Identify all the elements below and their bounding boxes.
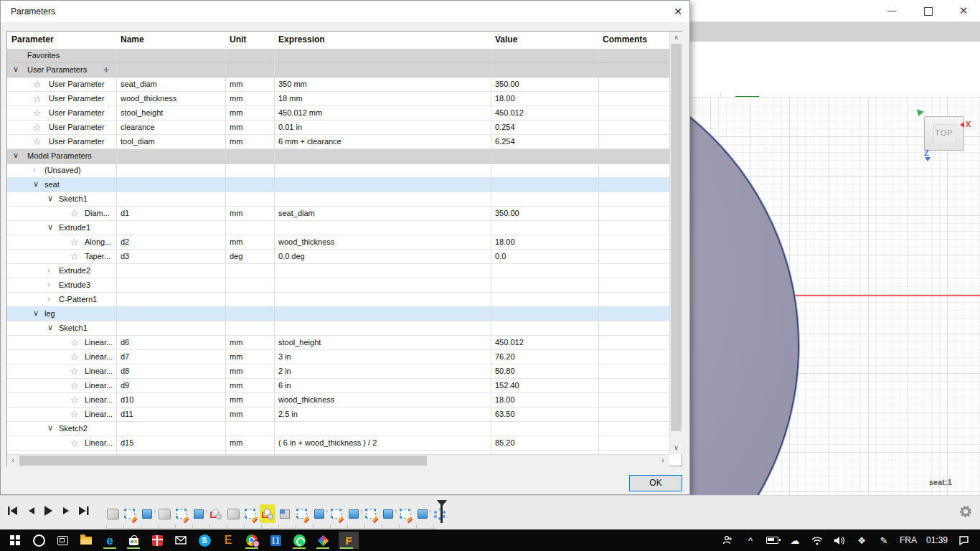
language-indicator[interactable]: FRA: [900, 535, 917, 545]
cell-expression[interactable]: 0.01 in: [278, 123, 486, 131]
collapse-chevron-icon[interactable]: ∨: [47, 423, 53, 433]
section-row[interactable]: ∨Sketch2: [7, 422, 669, 436]
section-row[interactable]: ∨User Parameters+: [7, 63, 669, 77]
evernote-icon[interactable]: E: [220, 532, 236, 549]
collapse-chevron-icon[interactable]: ∨: [33, 309, 39, 318]
gift-app-icon[interactable]: [149, 532, 165, 549]
cell-name[interactable]: d7: [121, 352, 221, 361]
cell-name[interactable]: stool_height: [121, 108, 221, 117]
parameter-row[interactable]: ☆Along...d2mmwood_thickness18.00: [7, 235, 669, 250]
dropbox-icon[interactable]: ❖: [855, 533, 868, 547]
favorite-star-icon[interactable]: ☆: [33, 136, 42, 147]
collapse-chevron-icon[interactable]: ∨: [13, 65, 19, 74]
parameter-row[interactable]: ☆User Parameterclearancemm0.01 in0.254: [7, 121, 669, 135]
cell-expression[interactable]: 450.012 mm: [278, 108, 486, 117]
horizontal-scrollbar[interactable]: ‹ ›: [7, 454, 669, 466]
favorite-star-icon[interactable]: ☆: [70, 251, 79, 262]
minimize-icon[interactable]: —: [881, 4, 903, 17]
favorite-star-icon[interactable]: ☆: [33, 122, 42, 133]
paint3d-icon[interactable]: [315, 532, 331, 549]
section-row[interactable]: ∨Sketch1: [7, 192, 669, 207]
cell-expression[interactable]: wood_thickness: [278, 237, 486, 246]
cell-name[interactable]: d1: [121, 209, 221, 217]
timeline-feature-extrude-icon[interactable]: [346, 504, 362, 523]
cell-name[interactable]: d10: [121, 395, 221, 404]
expand-chevron-icon[interactable]: ›: [47, 294, 50, 303]
parameter-row[interactable]: ☆Diam...d1mmseat_diam350.00: [7, 207, 669, 221]
timeline-go-start-icon[interactable]: [6, 506, 20, 516]
store-icon[interactable]: [126, 532, 141, 549]
maximize-icon[interactable]: [924, 7, 933, 16]
favorite-star-icon[interactable]: ☆: [70, 438, 79, 448]
horizontal-scroll-thumb[interactable]: [19, 456, 427, 466]
timeline-feature-extrude-icon[interactable]: [415, 504, 430, 523]
cell-expression[interactable]: 2.5 in: [278, 410, 486, 418]
collapse-chevron-icon[interactable]: ∨: [47, 194, 53, 203]
timeline-feature-extrude-icon[interactable]: [139, 504, 155, 523]
timeline-go-end-icon[interactable]: [76, 506, 90, 516]
timeline-feature-extrude-icon[interactable]: [380, 504, 396, 523]
favorite-star-icon[interactable]: ☆: [70, 380, 79, 391]
timeline-feature-plane-icon[interactable]: [277, 504, 293, 523]
favorite-star-icon[interactable]: ☆: [33, 79, 42, 90]
scroll-right-icon[interactable]: ›: [657, 455, 669, 466]
timeline-feature-joint-icon[interactable]: [208, 504, 224, 523]
timeline-feature-joint-icon[interactable]: [260, 504, 275, 523]
timeline-feature-sketch-icon[interactable]: [122, 504, 138, 523]
ok-button[interactable]: OK: [629, 475, 682, 491]
favorite-star-icon[interactable]: ☆: [70, 409, 79, 420]
timeline-play-icon[interactable]: [41, 506, 55, 516]
section-row[interactable]: ›Extrude2: [7, 264, 669, 278]
parameter-row[interactable]: ☆Linear...d9mm6 in152.40: [7, 379, 669, 393]
timeline-feature-sketch-icon[interactable]: [329, 504, 344, 523]
timeline-feature-sketch-icon[interactable]: [397, 504, 413, 523]
cell-name[interactable]: d9: [121, 381, 221, 390]
cell-name[interactable]: tool_diam: [121, 137, 221, 146]
favorite-star-icon[interactable]: ☆: [70, 352, 79, 362]
parameter-row[interactable]: ☆Taper...d3deg0.0 deg0.0: [7, 250, 669, 264]
fusion360-taskbar-icon[interactable]: F: [339, 532, 359, 549]
cell-expression[interactable]: 2 in: [278, 367, 486, 375]
windows-ink-pen-icon[interactable]: ✎: [877, 533, 890, 547]
cell-name[interactable]: d6: [121, 338, 221, 347]
favorite-star-icon[interactable]: ☆: [33, 93, 42, 104]
parameter-row[interactable]: ☆User Parameterseat_diammm350 mm350.00: [7, 77, 669, 92]
parameter-row[interactable]: ☆Linear...d7mm3 in76.20: [7, 350, 669, 364]
section-row[interactable]: ∨Sketch1: [7, 321, 669, 336]
people-icon[interactable]: [722, 533, 735, 547]
cell-name[interactable]: clearance: [121, 123, 221, 131]
favorite-star-icon[interactable]: ☆: [70, 337, 79, 348]
collapse-chevron-icon[interactable]: ∨: [33, 179, 39, 189]
timeline-feature-component-icon[interactable]: [225, 504, 241, 523]
timeline-feature-component-icon[interactable]: [156, 504, 172, 523]
dialog-titlebar[interactable]: Parameters ✕: [1, 1, 689, 22]
collapse-chevron-icon[interactable]: ∨: [47, 323, 53, 332]
section-row[interactable]: ›Extrude3: [7, 278, 669, 293]
onedrive-cloud-icon[interactable]: ☁: [788, 533, 801, 547]
scroll-up-icon[interactable]: ∧: [671, 32, 682, 43]
cortana-icon[interactable]: [31, 532, 47, 549]
cell-name[interactable]: d15: [121, 438, 221, 447]
timeline-feature-sketch-icon[interactable]: [294, 504, 310, 523]
timeline-feature-extrude-icon[interactable]: [311, 504, 327, 523]
section-row[interactable]: ∨leg: [7, 307, 669, 321]
scroll-down-icon[interactable]: ∨: [671, 442, 682, 453]
viewcube[interactable]: TOP: [924, 116, 964, 151]
collapse-chevron-icon[interactable]: ∨: [47, 222, 53, 232]
skype-icon[interactable]: S: [197, 532, 212, 549]
section-row[interactable]: ∨seat: [7, 178, 669, 192]
timeline-feature-sketch-icon[interactable]: [174, 504, 189, 523]
cell-expression[interactable]: 6 in: [278, 381, 486, 390]
cell-expression[interactable]: 18 mm: [278, 94, 486, 103]
window-close-icon[interactable]: ✕: [953, 4, 974, 17]
section-row[interactable]: ›(Unsaved): [7, 164, 669, 178]
expand-chevron-icon[interactable]: ›: [47, 280, 50, 288]
collapse-chevron-icon[interactable]: ∨: [13, 151, 19, 160]
file-explorer-icon[interactable]: [78, 532, 94, 549]
favorite-star-icon[interactable]: ☆: [70, 366, 79, 377]
favorite-star-icon[interactable]: ☆: [70, 237, 79, 248]
parameter-row[interactable]: ☆Linear...d11mm2.5 in63.50: [7, 408, 669, 422]
timeline-feature-component-icon[interactable]: [105, 504, 121, 523]
brackets-icon[interactable]: [ ]: [268, 532, 283, 549]
parameter-row[interactable]: ☆Linear...d6mmstool_height450.012: [7, 336, 669, 350]
